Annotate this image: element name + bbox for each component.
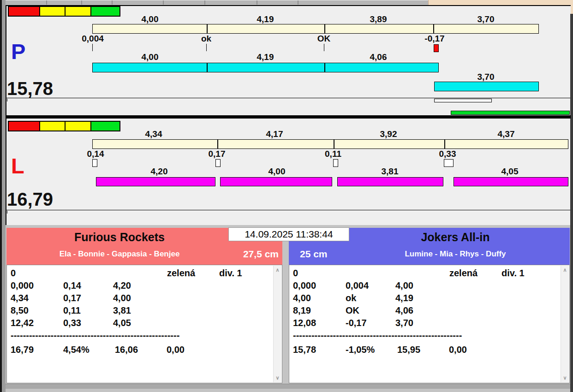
panel-l-measure-bar-segment (337, 177, 443, 186)
stat-cell: 3,81 (113, 305, 131, 316)
indicator-yellow-2 (65, 7, 90, 16)
stat-cell: 4,19 (395, 293, 413, 303)
ref-segment-label: 4,19 (257, 14, 274, 24)
marker-tick (324, 44, 324, 51)
stat-cell: 0,11 (63, 305, 81, 316)
total-cell: 4,54% (63, 344, 90, 355)
panel-l-strip-line (6, 210, 570, 210)
total-cell: 15,95 (397, 344, 420, 355)
team-left-distance: 27,5 cm (243, 249, 279, 260)
total-cell: 16,79 (11, 344, 34, 355)
stat-cell: 8,19 (293, 305, 311, 316)
marker-box-white-wide (444, 159, 454, 167)
total-cell: 15,78 (293, 344, 316, 355)
strip-left-tick (7, 211, 7, 214)
stat-cell: -0,17 (346, 318, 367, 328)
measure-segment-label: 4,20 (151, 166, 168, 177)
measure-segment-label: 4,05 (501, 166, 519, 177)
marker-box-white (92, 159, 97, 167)
measure-segment-label: 3,81 (382, 166, 399, 177)
stat-cell: 0,000 (11, 280, 34, 291)
scrollbar-down-icon[interactable]: ∨ (274, 375, 281, 381)
panel-l-reference-bar (92, 139, 568, 149)
stat-cell: 4,00 (395, 280, 413, 291)
round-value: 0 (11, 268, 16, 279)
team-left-players: Ela - Bonnie - Gappasia - Benjee (13, 249, 226, 259)
ref-segment-label: 4,37 (498, 129, 515, 139)
marker-tick (206, 44, 207, 51)
indicator-red (9, 7, 39, 16)
stat-cell: 12,08 (293, 318, 316, 328)
color-value: zelená (449, 268, 478, 279)
total-cell: 16,06 (115, 344, 138, 355)
ref-segment-label: 3,89 (370, 14, 387, 24)
panel-p-strip-line (6, 98, 570, 98)
panel-divider (6, 115, 571, 119)
strip-separator (46, 0, 47, 5)
round-value: 0 (293, 268, 298, 279)
ref-segment-label: 3,92 (380, 129, 397, 139)
measure-segment-label: 4,06 (370, 52, 387, 62)
strip-separator (81, 0, 82, 5)
team-left-stats-panel[interactable]: 0 zelená div. 1 0,000 0,14 4,20 4,34 0,1… (6, 265, 282, 383)
stat-cell: 4,00 (293, 293, 311, 303)
scrollbar-up-icon[interactable]: ∧ (274, 267, 281, 273)
strip-separator (204, 0, 205, 5)
indicator-red (9, 122, 39, 131)
vertical-scrollbar[interactable]: ∧ ∨ (273, 266, 281, 382)
panel-p-reference-bar (92, 24, 539, 34)
bar-divider (324, 63, 325, 72)
panel-l-letter: L (11, 155, 24, 177)
panel-p-measure-bar-extra (434, 82, 539, 91)
division-value: div. 1 (219, 268, 242, 279)
panel-p-indicator-row (8, 6, 120, 17)
indicator-yellow-1 (39, 122, 65, 131)
stat-cell: OK (346, 305, 359, 316)
team-right-stats-panel[interactable]: 0 zelená div. 1 0,000 0,004 4,00 4,00 ok… (289, 265, 570, 383)
stat-cell: ok (346, 293, 356, 303)
bottom-status-band (6, 384, 570, 389)
ref-segment-label: 3,70 (478, 14, 495, 24)
measure-segment-label: 4,00 (142, 52, 159, 62)
marker-label: 0,004 (82, 34, 104, 44)
total-cell: -1,05% (346, 344, 375, 355)
bar-divider (444, 140, 445, 148)
bar-divider (217, 140, 218, 148)
strip-left-tick (7, 99, 7, 101)
vertical-scrollbar[interactable]: ∧ ∨ (561, 266, 569, 382)
marker-label: 0,17 (209, 149, 226, 159)
window-left-border (2, 0, 6, 392)
team-right-distance: 25 cm (300, 249, 328, 260)
window-right-border (570, 14, 573, 392)
indicator-yellow-2 (65, 122, 90, 131)
color-value: zelená (167, 268, 195, 279)
marker-box-white (333, 159, 338, 167)
strip-separator (112, 0, 113, 5)
totals-divider: ----------------------------------------… (11, 330, 179, 341)
panel-l-measure-bar-segment (454, 177, 568, 186)
panel-p-letter: P (11, 41, 25, 62)
indicator-green (90, 122, 119, 131)
panel-p-white-bar (434, 99, 492, 102)
measure-segment-label: 4,19 (257, 52, 274, 62)
stat-cell: 0,33 (63, 318, 81, 328)
bar-divider (207, 24, 208, 33)
stat-cell: 4,05 (113, 318, 131, 328)
marker-label: 0,11 (325, 149, 341, 159)
scrollbar-up-icon[interactable]: ∧ (561, 267, 569, 273)
indicator-yellow-1 (39, 7, 65, 16)
stat-cell: 4,00 (113, 293, 131, 303)
marker-label: OK (317, 34, 331, 44)
indicator-green (90, 7, 119, 16)
team-right-name: Jokers All-in (344, 231, 567, 244)
panel-p-measure-bar (92, 63, 439, 72)
team-right-players: Lumine - Mia - Rhys - Duffy (344, 249, 567, 259)
stat-cell: 0,14 (63, 280, 81, 291)
scrollbar-down-icon[interactable]: ∨ (561, 375, 569, 381)
bar-divider (207, 63, 208, 72)
bar-divider (324, 24, 325, 33)
totals-divider: ----------------------------------------… (293, 330, 462, 341)
marker-label: ok (201, 34, 211, 44)
measure-segment-label: 4,00 (269, 166, 286, 177)
measure-segment-label: 3,70 (478, 72, 495, 82)
